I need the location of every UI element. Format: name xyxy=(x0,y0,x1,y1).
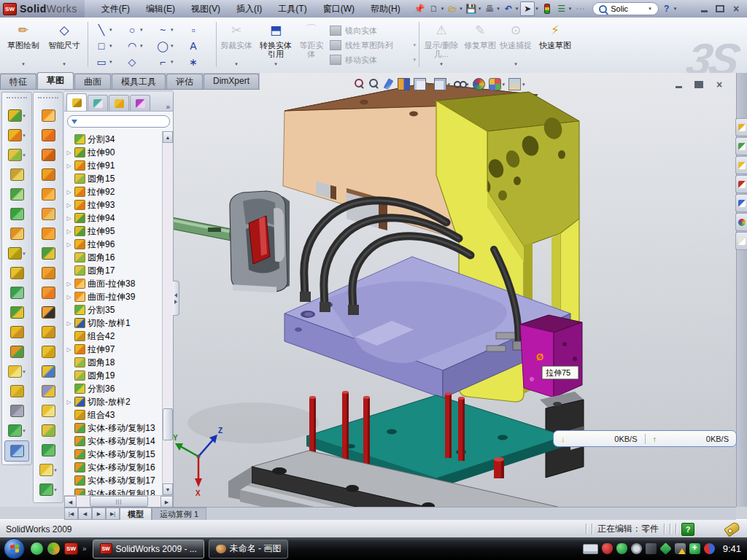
sketch-entity-tool-5[interactable]: ◠▾ xyxy=(123,38,153,54)
task-pane-tab-file-explorer[interactable] xyxy=(735,156,747,174)
features-tool-button-4[interactable] xyxy=(2,184,31,204)
diamond-tray-icon[interactable] xyxy=(659,542,672,555)
move-entities-button[interactable]: 移动实体▾ xyxy=(330,52,416,67)
surfaces-tool-button-4[interactable] xyxy=(34,184,63,204)
features-tool-button-13[interactable]: ▾ xyxy=(2,362,31,381)
surfaces-tool-button-7[interactable] xyxy=(34,244,63,263)
scroll-up-button[interactable]: ▲ xyxy=(163,131,173,143)
tree-item-圆角15[interactable]: 圆角15 xyxy=(64,172,162,185)
media-icon[interactable] xyxy=(47,542,60,555)
sketch-entity-tool-10[interactable]: ⌐▾ xyxy=(153,54,184,70)
doc-nav-button-1[interactable]: ◀ xyxy=(78,508,92,520)
doc-nav-button-3[interactable]: ▶| xyxy=(106,508,120,520)
dropdown-arrow-icon[interactable]: ▾ xyxy=(23,152,26,158)
dropdown-arrow-icon[interactable]: ▾ xyxy=(109,43,112,49)
features-tool-button-17[interactable] xyxy=(4,440,29,462)
tree-item-切除-放样1[interactable]: ▷切除-放样1 xyxy=(64,316,162,330)
sketch-entity-tool-2[interactable]: ~▾ xyxy=(153,22,184,38)
surfaces-tool-button-9[interactable] xyxy=(34,283,63,303)
features-tool-button-3[interactable] xyxy=(2,165,31,184)
hud-tool-8[interactable]: ▾ xyxy=(489,78,506,90)
tree-item-实体-移动/复制17[interactable]: 实体-移动/复制17 xyxy=(64,474,162,487)
tree-item-曲面-拉伸39[interactable]: ▷曲面-拉伸39 xyxy=(64,290,162,303)
tree-item-实体-移动/复制18[interactable]: 实体-移动/复制18 xyxy=(64,487,162,495)
tree-item-曲面-拉伸38[interactable]: ▷曲面-拉伸38 xyxy=(64,277,162,290)
expand-arrow-icon[interactable]: ▷ xyxy=(66,189,72,195)
display-delete-relations-button[interactable]: ⚠ 显示/删除几...▾ xyxy=(422,20,461,70)
horizontal-scroll-thumb[interactable]: ||| xyxy=(90,496,148,507)
task-pane-tab-solidworks-resources[interactable] xyxy=(735,175,747,193)
restore-button[interactable] xyxy=(713,4,727,15)
close-button[interactable]: × xyxy=(729,4,743,15)
print-button[interactable]: 🖶 xyxy=(483,2,496,15)
sketch-entity-tool-3[interactable]: ▫ xyxy=(184,22,214,38)
dropdown-arrow-icon[interactable]: ▾ xyxy=(109,59,112,65)
dropdown-arrow-icon[interactable]: ▾ xyxy=(23,113,26,119)
manager-tabs-overflow[interactable]: » xyxy=(166,103,170,111)
sync-tray-icon[interactable] xyxy=(704,543,715,554)
search-input[interactable] xyxy=(609,4,647,14)
menu-item-4[interactable]: 工具(T) xyxy=(270,1,314,18)
tree-item-分割36[interactable]: 分割36 xyxy=(64,382,162,395)
dropdown-arrow-icon[interactable]: ▾ xyxy=(171,59,174,65)
minimize-button[interactable] xyxy=(697,4,711,15)
tree-item-拉伸95[interactable]: ▷拉伸95 xyxy=(64,225,162,238)
features-tool-button-14[interactable] xyxy=(2,381,31,401)
tree-item-拉伸96[interactable]: ▷拉伸96 xyxy=(64,238,162,251)
features-tool-button-2[interactable]: ▾ xyxy=(2,145,31,165)
hud-tool-6[interactable]: ▾ xyxy=(454,79,469,90)
sketch-entity-tool-4[interactable]: □▾ xyxy=(92,38,123,54)
open-button[interactable]: 🗁 xyxy=(446,2,459,15)
task-pane-tab-appearances[interactable] xyxy=(735,213,747,231)
convert-entities-button[interactable]: ⬒ 转换实体引用▾ xyxy=(257,20,295,70)
sketch-entity-tool-7[interactable]: A xyxy=(184,38,214,54)
expand-arrow-icon[interactable]: ▷ xyxy=(66,281,72,287)
shield-red-tray-icon[interactable] xyxy=(602,543,613,554)
task-pane-tab-view-palette[interactable] xyxy=(735,194,747,212)
menu-item-2[interactable]: 视图(V) xyxy=(183,1,228,18)
repair-sketch-button[interactable]: ✎ 修复草图 xyxy=(464,20,496,70)
messenger-icon[interactable] xyxy=(31,542,43,555)
hud-tool-2[interactable] xyxy=(383,79,394,90)
pin-icon[interactable]: 📌 xyxy=(413,2,426,15)
tree-item-圆角17[interactable]: 圆角17 xyxy=(64,264,162,277)
tree-item-组合42[interactable]: 组合42 xyxy=(64,330,162,343)
dropdown-arrow-icon[interactable]: ▾ xyxy=(23,251,26,257)
tree-item-实体-移动/复制15[interactable]: 实体-移动/复制15 xyxy=(64,448,162,461)
sketch-entity-tool-1[interactable]: ○▾ xyxy=(123,22,153,38)
command-tab-评估[interactable]: 评估 xyxy=(166,74,203,89)
tree-item-圆角18[interactable]: 圆角18 xyxy=(64,356,162,369)
tree-item-拉伸90[interactable]: ▷拉伸90 xyxy=(64,146,162,159)
surfaces-tool-button-13[interactable] xyxy=(34,362,63,381)
dropdown-arrow-icon[interactable]: ▾ xyxy=(140,43,143,49)
surfaces-tool-button-19[interactable]: ▾ xyxy=(34,480,63,499)
task-pane-tab-home[interactable] xyxy=(735,118,747,136)
sketch-entity-tool-8[interactable]: ▭▾ xyxy=(92,54,123,70)
doc-minimize-button[interactable] xyxy=(672,79,685,90)
expand-arrow-icon[interactable]: ▷ xyxy=(66,399,72,405)
search-box[interactable]: ▾ xyxy=(592,2,659,15)
dropdown-arrow-icon[interactable]: ▾ xyxy=(171,27,174,33)
tag-icon[interactable] xyxy=(724,521,741,537)
speaker-tray-icon[interactable] xyxy=(646,543,657,554)
dropdown-arrow-icon[interactable]: ▾ xyxy=(54,487,57,493)
rebuild-icon[interactable] xyxy=(541,2,554,15)
dropdown-arrow-icon[interactable]: ▾ xyxy=(23,133,26,139)
mirror-entities-button[interactable]: 镜向实体 xyxy=(330,23,416,38)
doc-nav-button-0[interactable]: |◀ xyxy=(64,508,78,520)
tab-property-manager[interactable] xyxy=(88,95,108,111)
surfaces-tool-button-6[interactable] xyxy=(34,224,63,244)
plus-tray-icon[interactable] xyxy=(689,543,700,554)
dropdown-arrow-icon[interactable]: ▾ xyxy=(140,27,143,33)
save-button[interactable]: 💾 xyxy=(465,2,478,15)
menu-item-5[interactable]: 窗口(W) xyxy=(315,1,363,18)
hud-tool-5[interactable]: ▾ xyxy=(434,78,451,90)
command-tab-特征[interactable]: 特征 xyxy=(0,74,36,89)
expand-arrow-icon[interactable]: ▷ xyxy=(66,294,72,300)
tree-vertical-scrollbar[interactable]: ▲ ▼ xyxy=(162,131,173,495)
surfaces-tool-button-15[interactable] xyxy=(34,401,63,421)
task-pane-tab-design-library[interactable] xyxy=(735,137,747,155)
features-tool-button-9[interactable] xyxy=(2,283,31,303)
dropdown-arrow-icon[interactable]: ▾ xyxy=(23,369,26,375)
expand-arrow-icon[interactable]: ▷ xyxy=(66,346,72,353)
